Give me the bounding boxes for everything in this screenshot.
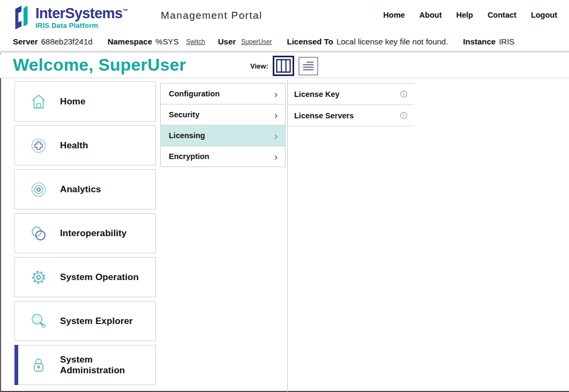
chevron-right-icon: › xyxy=(274,110,278,120)
menu-item-analytics[interactable]: Analytics xyxy=(14,169,156,209)
submenu-item-label: Security xyxy=(169,110,199,119)
submenu-item-licensing[interactable]: Licensing › xyxy=(160,125,286,146)
menu-item-label: System Administration xyxy=(60,355,155,376)
page-title: Management Portal xyxy=(161,10,263,21)
switch-namespace-link[interactable]: Switch xyxy=(186,38,205,46)
menu-item-label: Health xyxy=(60,140,88,151)
column-divider xyxy=(287,80,288,392)
system-operation-icon xyxy=(29,268,48,287)
nav-contact-link[interactable]: Contact xyxy=(488,11,516,19)
submenu-item-label: Encryption xyxy=(169,152,209,161)
system-administration-icon xyxy=(29,356,48,375)
chevron-right-icon: › xyxy=(274,89,278,99)
nav-help-link[interactable]: Help xyxy=(456,11,473,19)
menu-item-system-operation[interactable]: System Operation xyxy=(14,257,156,297)
intersystems-logo-icon xyxy=(13,4,31,31)
submenu-item-label: License Servers xyxy=(294,111,354,120)
menu-item-label: System Operation xyxy=(60,272,139,283)
selected-accent-bar xyxy=(14,345,18,385)
submenu-item-license-key[interactable]: License Key xyxy=(288,83,414,104)
menu-item-system-administration[interactable]: System Administration xyxy=(14,345,156,385)
submenu-item-label: Licensing xyxy=(169,131,205,140)
list-view-icon xyxy=(301,59,315,72)
licensed-to-label: Licensed To xyxy=(287,37,333,46)
info-icon[interactable] xyxy=(400,90,408,98)
brand-subtitle: IRIS Data Platform xyxy=(35,21,128,29)
nav-about-link[interactable]: About xyxy=(420,11,442,19)
top-header: InterSystems™ IRIS Data Platform Managem… xyxy=(0,0,569,32)
licensed-to-value: Local license key file not found. xyxy=(336,37,448,46)
namespace-label: Namespace xyxy=(108,37,152,46)
server-value: 688eb23f241d xyxy=(41,37,93,46)
chevron-right-icon: › xyxy=(274,131,278,141)
submenu-administration: Configuration › Security › Licensing › E… xyxy=(160,83,286,167)
user-label: User xyxy=(218,37,236,46)
user-value-link[interactable]: SuperUser xyxy=(241,38,272,46)
menu-item-label: System Explorer xyxy=(60,316,133,327)
instance-label: Instance xyxy=(463,37,496,46)
intersystems-logo[interactable]: InterSystems™ IRIS Data Platform xyxy=(13,4,128,31)
window-edge xyxy=(0,54,1,392)
submenu-item-security[interactable]: Security › xyxy=(160,104,286,125)
view-switcher: View: xyxy=(250,56,318,76)
system-explorer-icon xyxy=(29,312,48,331)
welcome-title: Welcome, SuperUser xyxy=(13,55,186,75)
chevron-right-icon: › xyxy=(274,152,278,162)
menu-item-label: Home xyxy=(60,96,86,107)
welcome-band: Welcome, SuperUser View: xyxy=(0,54,569,78)
menu-item-label: Interoperability xyxy=(60,228,126,239)
home-icon xyxy=(29,92,48,111)
submenu-item-license-servers[interactable]: License Servers xyxy=(288,104,414,126)
main-menu: Home Health Analytics Interoperability xyxy=(14,81,156,385)
interoperability-icon xyxy=(29,224,48,243)
submenu-item-encryption[interactable]: Encryption › xyxy=(160,146,286,167)
info-icon[interactable] xyxy=(400,111,408,119)
submenu-item-configuration[interactable]: Configuration › xyxy=(160,83,286,104)
menu-item-home[interactable]: Home xyxy=(14,81,156,122)
menu-item-label: Analytics xyxy=(60,184,101,195)
list-view-button[interactable] xyxy=(298,57,318,76)
submenu-licensing: License Key License Servers xyxy=(288,83,414,126)
view-label: View: xyxy=(250,62,268,70)
top-nav: Home About Help Contact Logout xyxy=(383,11,557,19)
menu-item-interoperability[interactable]: Interoperability xyxy=(14,213,156,253)
brand-name: InterSystems™ xyxy=(35,4,128,21)
namespace-value: %SYS xyxy=(155,37,178,46)
server-label: Server xyxy=(13,37,38,46)
menu-item-health[interactable]: Health xyxy=(14,125,156,165)
analytics-icon xyxy=(29,180,48,199)
nav-home-link[interactable]: Home xyxy=(383,11,405,19)
columns-view-icon xyxy=(276,59,291,73)
nav-logout-link[interactable]: Logout xyxy=(531,11,557,19)
health-icon xyxy=(29,136,48,155)
server-info-bar: Server 688eb23f241d Namespace %SYS Switc… xyxy=(0,32,569,52)
submenu-item-label: License Key xyxy=(294,90,340,99)
trademark: ™ xyxy=(122,8,127,14)
submenu-item-label: Configuration xyxy=(169,89,220,98)
management-portal-page: InterSystems™ IRIS Data Platform Managem… xyxy=(0,0,569,392)
instance-value: IRIS xyxy=(499,37,514,46)
menu-item-system-explorer[interactable]: System Explorer xyxy=(14,301,156,341)
columns-view-button[interactable] xyxy=(273,56,294,76)
